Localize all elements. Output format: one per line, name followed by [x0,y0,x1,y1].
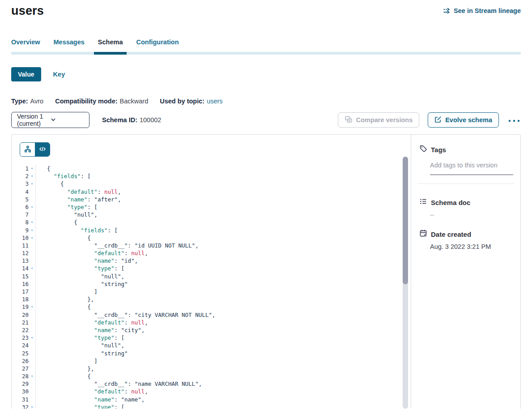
fold-toggle-icon[interactable]: ▾ [29,180,36,188]
fold-gutter [29,311,36,319]
fold-gutter [29,242,36,249]
fold-toggle-icon[interactable]: ▾ [29,265,36,272]
edit-schema-icon [434,116,442,124]
line-number: 20 [12,311,29,319]
code-view-button[interactable] [35,143,50,156]
code-line: 27 }, [12,365,411,372]
fold-gutter [29,280,36,288]
code-text: "fields": [ [36,226,118,234]
code-text: "null", [36,342,124,349]
tab-configuration[interactable]: Configuration [136,38,179,55]
line-number: 13 [12,257,29,265]
fold-toggle-icon[interactable]: ▾ [29,403,36,409]
compare-versions-button[interactable]: Compare versions [338,112,420,128]
version-toolbar: Version 1 (current) Schema ID:100002 Com… [11,112,521,128]
date-created-header: Date created [419,229,512,239]
code-scrollbar-thumb[interactable] [403,157,408,284]
evolve-schema-button[interactable]: Evolve schema [428,112,499,128]
sidebar-divider [417,184,514,184]
schema-sidebar: Tags Schema doc -- [411,135,520,409]
line-number: 19 [12,303,29,311]
tab-schema[interactable]: Schema [98,38,123,55]
fold-gutter [29,350,36,357]
fold-toggle-icon[interactable]: ▾ [29,172,36,180]
fold-toggle-icon[interactable]: ▾ [29,218,36,226]
code-text: "default": null, [36,388,148,395]
code-text: "name": "city", [36,326,145,334]
calendar-plus-icon [419,229,427,239]
code-line: 19▾ { [12,303,411,311]
schema-doc-section: Schema doc -- [419,197,512,218]
fold-toggle-icon[interactable]: ▾ [29,234,36,242]
value-toggle-button[interactable]: Value [11,67,41,81]
tab-overview[interactable]: Overview [11,38,40,55]
code-text: "default": null, [36,188,121,196]
line-number: 26 [12,357,29,365]
line-number: 11 [12,242,29,249]
tree-view-button[interactable] [20,143,35,156]
code-line: 22 "name": "city", [12,326,411,334]
fold-gutter [29,357,36,365]
code-text: "__crdb__": "city VARCHAR NOT NULL", [36,311,215,319]
stream-lineage-link[interactable]: See in Stream lineage [443,7,521,14]
tags-section-header: Tags [419,145,512,154]
code-line: 1▾{ [12,165,411,172]
more-options-button[interactable] [507,117,521,124]
fold-gutter [29,365,36,372]
code-text: "string" [36,350,128,357]
date-created-value: Aug. 3 2022 3:21 PM [430,243,512,250]
code-text: "type": [ [36,203,98,211]
fold-gutter [29,249,36,257]
code-line: 32▾ "type": [ [12,403,411,409]
used-by-topic: Used by topic:users [160,98,222,105]
fold-toggle-icon[interactable]: ▾ [29,226,36,234]
add-tags-input[interactable] [430,162,513,175]
key-toggle-button[interactable]: Key [53,71,65,78]
fold-toggle-icon[interactable]: ▾ [29,165,36,172]
code-lines: 1▾{2▾ "fields": [3▾ {4 "default": null,5… [12,165,411,409]
code-view-icon [39,145,46,154]
page-header: users See in Stream lineage [11,0,521,18]
page-title: users [11,4,44,18]
value-key-toggle: Value Key [11,67,521,81]
line-number: 28 [12,372,29,380]
schema-card: 1▾{2▾ "fields": [3▾ {4 "default": null,5… [11,134,521,409]
line-number: 31 [12,396,29,403]
code-text: "type": [ [36,334,124,342]
fold-gutter [29,257,36,265]
code-line: 30 "default": null, [12,388,411,395]
tag-icon [419,145,427,154]
code-line: 18 }, [12,295,411,303]
topic-link[interactable]: users [207,98,222,105]
fold-gutter [29,273,36,280]
code-line: 2▾ "fields": [ [12,172,411,180]
code-text: ] [36,288,98,295]
fold-toggle-icon[interactable]: ▾ [29,303,36,311]
line-number: 17 [12,288,29,295]
line-number: 22 [12,326,29,334]
code-line: 8▾ { [12,218,411,226]
fold-gutter [29,380,36,388]
code-text: }, [36,365,94,372]
code-text: "name": "after", [36,196,121,203]
code-line: 23▾ "type": [ [12,334,411,342]
code-text: }, [36,295,94,303]
fold-toggle-icon[interactable]: ▾ [29,372,36,380]
line-number: 18 [12,295,29,303]
fold-gutter [29,288,36,295]
code-text: { [36,165,51,172]
line-number: 4 [12,188,29,196]
fold-toggle-icon[interactable]: ▾ [29,334,36,342]
code-text: "default": null, [36,319,148,326]
code-text: { [36,218,77,226]
tab-messages[interactable]: Messages [54,38,85,55]
code-text: "name": "id", [36,257,138,265]
line-number: 25 [12,350,29,357]
version-select[interactable]: Version 1 (current) [11,112,89,128]
line-number: 16 [12,280,29,288]
code-text: "__crdb__": "id UUID NOT NULL", [36,242,199,249]
code-line: 16 "string" [12,280,411,288]
code-text: "__crdb__": "name VARCHAR NULL", [36,380,202,388]
fold-toggle-icon[interactable]: ▾ [29,203,36,211]
code-text: "null", [36,273,124,280]
